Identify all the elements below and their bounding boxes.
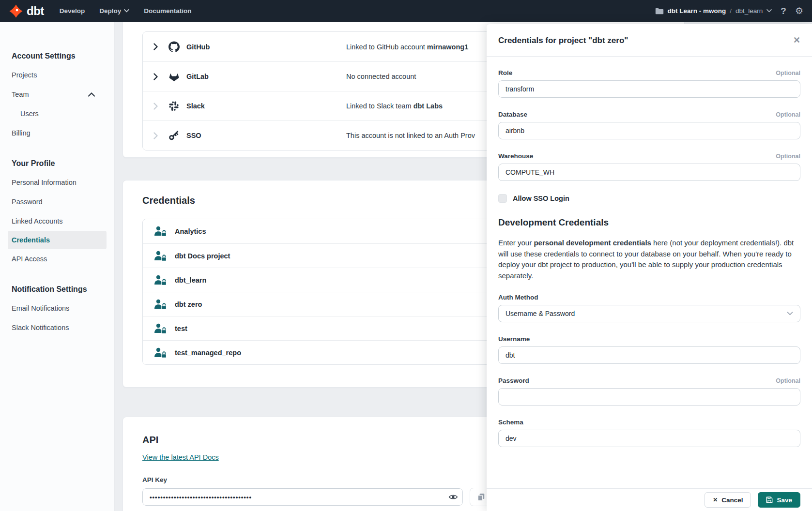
- help-icon[interactable]: ?: [781, 6, 786, 16]
- logo-text: dbt: [27, 5, 44, 17]
- panel-title: Credentials for project "dbt zero": [498, 36, 628, 45]
- status-text: Linked to GitHub account: [346, 43, 427, 51]
- role-label: Role: [498, 69, 512, 76]
- auth-method-select[interactable]: Username & Password: [498, 305, 800, 322]
- sidebar-item-billing[interactable]: Billing: [0, 123, 114, 143]
- database-input[interactable]: [498, 122, 800, 139]
- optional-badge: Optional: [776, 111, 800, 118]
- nav-deploy-label: Deploy: [99, 7, 121, 15]
- sidebar-item-personal-information[interactable]: Personal Information: [0, 173, 114, 192]
- sidebar-item-label: Personal Information: [12, 178, 77, 187]
- nav-documentation[interactable]: Documentation: [144, 7, 191, 15]
- optional-badge: Optional: [776, 70, 800, 76]
- user-lock-icon: [153, 274, 167, 286]
- sidebar-item-slack-notifications[interactable]: Slack Notifications: [0, 318, 114, 337]
- linked-account-name: Slack: [186, 102, 346, 110]
- sidebar-item-users[interactable]: Users: [0, 104, 114, 123]
- auth-method-field-group: Auth Method Username & Password: [498, 294, 800, 322]
- password-field-group: Password Optional: [498, 377, 800, 406]
- api-docs-link[interactable]: View the latest API Docs: [142, 453, 219, 461]
- chevron-right-icon[interactable]: [153, 43, 161, 50]
- project-switcher[interactable]: dbt Learn - mwong / dbt_learn: [655, 7, 772, 15]
- sidebar-item-linked-accounts[interactable]: Linked Accounts: [0, 211, 114, 231]
- credentials-edit-panel: Credentials for project "dbt zero" ✕ Rol…: [487, 24, 812, 511]
- chevron-right-icon[interactable]: [153, 103, 161, 110]
- warehouse-label: Warehouse: [498, 152, 533, 160]
- linked-account-name: GitHub: [186, 43, 346, 51]
- sidebar-item-credentials[interactable]: Credentials: [8, 231, 107, 249]
- schema-label: Schema: [498, 419, 523, 426]
- linked-account-status: No connected account: [346, 73, 416, 80]
- linked-account-status: This account is not linked to an Auth Pr…: [346, 132, 475, 139]
- schema-field-group: Schema: [498, 419, 800, 447]
- description-text: Enter your: [498, 239, 534, 247]
- sidebar-item-api-access[interactable]: API Access: [0, 249, 114, 269]
- copy-icon: [476, 493, 486, 502]
- sidebar-item-team[interactable]: Team: [0, 85, 114, 104]
- sidebar-item-label: Billing: [12, 128, 31, 138]
- user-lock-icon: [153, 347, 167, 359]
- sidebar-item-label: Password: [12, 197, 43, 207]
- sidebar-group-your-profile: Your Profile: [0, 158, 114, 169]
- credential-project-name: dbt Docs project: [175, 252, 230, 260]
- cancel-button[interactable]: ✕ Cancel: [705, 492, 751, 508]
- sidebar-item-label: Credentials: [12, 235, 50, 245]
- close-icon[interactable]: ✕: [793, 36, 800, 45]
- allow-sso-checkbox[interactable]: [498, 194, 507, 203]
- auth-method-label: Auth Method: [498, 294, 538, 301]
- chevron-right-icon[interactable]: [153, 73, 161, 80]
- dbt-logo-icon: [9, 4, 23, 18]
- user-lock-icon: [153, 225, 167, 237]
- status-bold: mirnawong1: [427, 43, 468, 51]
- credential-project-name: Analytics: [175, 227, 206, 235]
- linked-account-name: SSO: [186, 132, 346, 139]
- development-credentials-description: Enter your personal development credenti…: [498, 238, 800, 281]
- save-icon: [766, 496, 773, 503]
- description-bold: personal development credentials: [534, 239, 651, 247]
- optional-badge: Optional: [776, 153, 800, 160]
- credential-project-name: dbt_learn: [175, 276, 206, 284]
- linked-account-name: GitLab: [186, 73, 346, 80]
- role-input[interactable]: [498, 80, 800, 98]
- schema-input[interactable]: [498, 430, 800, 447]
- sidebar-item-projects[interactable]: Projects: [0, 65, 114, 85]
- password-input[interactable]: [498, 388, 800, 406]
- eye-icon[interactable]: [448, 492, 458, 502]
- nav-develop[interactable]: Develop: [60, 7, 85, 15]
- username-label: Username: [498, 335, 530, 343]
- sidebar-item-label: Projects: [12, 70, 37, 80]
- role-field-group: Role Optional: [498, 69, 800, 98]
- chevron-down-icon: [787, 312, 793, 316]
- gear-icon[interactable]: ⚙: [795, 6, 803, 15]
- username-field-group: Username: [498, 335, 800, 364]
- sidebar-item-label: Linked Accounts: [12, 216, 63, 226]
- slack-icon: [168, 101, 180, 111]
- sidebar-item-label: Slack Notifications: [12, 323, 69, 332]
- sidebar-item-label: Users: [20, 109, 39, 119]
- top-nav: Develop Deploy Documentation: [60, 7, 192, 15]
- chevron-right-icon[interactable]: [153, 132, 161, 139]
- linked-account-status: Linked to GitHub account mirnawong1: [346, 43, 468, 51]
- user-lock-icon: [153, 323, 167, 334]
- sidebar-item-label: Team: [12, 90, 29, 99]
- cancel-label: Cancel: [721, 496, 743, 504]
- sidebar-item-password[interactable]: Password: [0, 192, 114, 211]
- sidebar-item-email-notifications[interactable]: Email Notifications: [0, 299, 114, 318]
- key-icon: [168, 130, 180, 141]
- cancel-x-icon: ✕: [713, 496, 718, 503]
- api-key-input[interactable]: [142, 488, 463, 506]
- warehouse-input[interactable]: [498, 164, 800, 181]
- allow-sso-checkbox-row[interactable]: Allow SSO Login: [498, 194, 800, 203]
- sidebar-item-label: API Access: [12, 254, 47, 264]
- nav-deploy[interactable]: Deploy: [99, 7, 129, 15]
- username-input[interactable]: [498, 346, 800, 364]
- password-label: Password: [498, 377, 529, 384]
- sidebar-group-account-settings: Account Settings: [0, 51, 114, 61]
- breadcrumb-separator: /: [730, 7, 732, 15]
- topbar: dbt Develop Deploy Documentation dbt Lea…: [0, 0, 812, 22]
- panel-body: Role Optional Database Optional Warehous…: [487, 57, 812, 488]
- save-button[interactable]: Save: [758, 492, 800, 508]
- allow-sso-label: Allow SSO Login: [513, 195, 569, 202]
- credential-project-name: test: [175, 325, 187, 332]
- dbt-logo[interactable]: dbt: [9, 4, 44, 18]
